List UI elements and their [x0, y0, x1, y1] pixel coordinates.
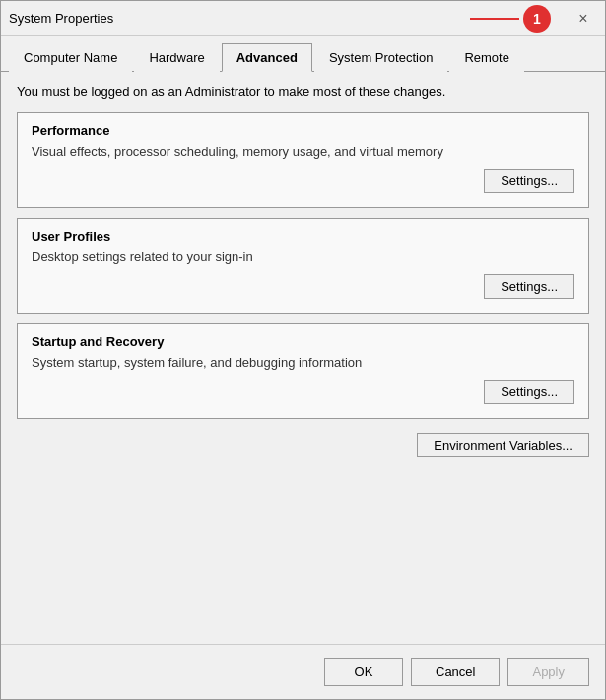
system-properties-window: System Properties 1 × Computer Name Hard… [0, 0, 606, 700]
performance-settings-button[interactable]: Settings... [484, 169, 574, 193]
user-profiles-settings-button[interactable]: Settings... [484, 274, 574, 299]
title-bar: System Properties 1 × [1, 1, 605, 36]
startup-recovery-section: Startup and Recovery System startup, sys… [17, 323, 589, 419]
badge-1: 1 [523, 5, 551, 33]
apply-button[interactable]: Apply [507, 658, 589, 686]
performance-desc: Visual effects, processor scheduling, me… [32, 144, 574, 159]
window-title: System Properties [9, 11, 113, 26]
ok-button[interactable]: OK [324, 658, 403, 686]
startup-recovery-desc: System startup, system failure, and debu… [32, 355, 574, 370]
tab-system-protection[interactable]: System Protection [314, 43, 448, 72]
startup-recovery-settings-button[interactable]: Settings... [484, 380, 574, 404]
tab-bar: Computer Name Hardware Advanced System P… [1, 36, 605, 72]
tab-computer-name[interactable]: Computer Name [9, 43, 132, 72]
cancel-button[interactable]: Cancel [411, 658, 500, 686]
user-profiles-desc: Desktop settings related to your sign-in [32, 249, 574, 264]
startup-recovery-title: Startup and Recovery [32, 334, 574, 349]
bottom-bar: OK Cancel Apply [1, 644, 605, 699]
admin-notice: You must be logged on as an Administrato… [17, 84, 589, 99]
tab-remote[interactable]: Remote [449, 43, 524, 72]
performance-section: Performance Visual effects, processor sc… [17, 112, 589, 208]
user-profiles-title: User Profiles [32, 229, 574, 244]
content-area: You must be logged on as an Administrato… [1, 72, 605, 644]
env-vars-row: Environment Variables... [17, 429, 589, 461]
tab-advanced[interactable]: Advanced [222, 43, 312, 72]
performance-title: Performance [32, 123, 574, 138]
tab-hardware[interactable]: Hardware [134, 43, 219, 72]
close-button[interactable]: × [570, 5, 597, 33]
environment-variables-button[interactable]: Environment Variables... [417, 433, 589, 457]
user-profiles-section: User Profiles Desktop settings related t… [17, 218, 589, 314]
